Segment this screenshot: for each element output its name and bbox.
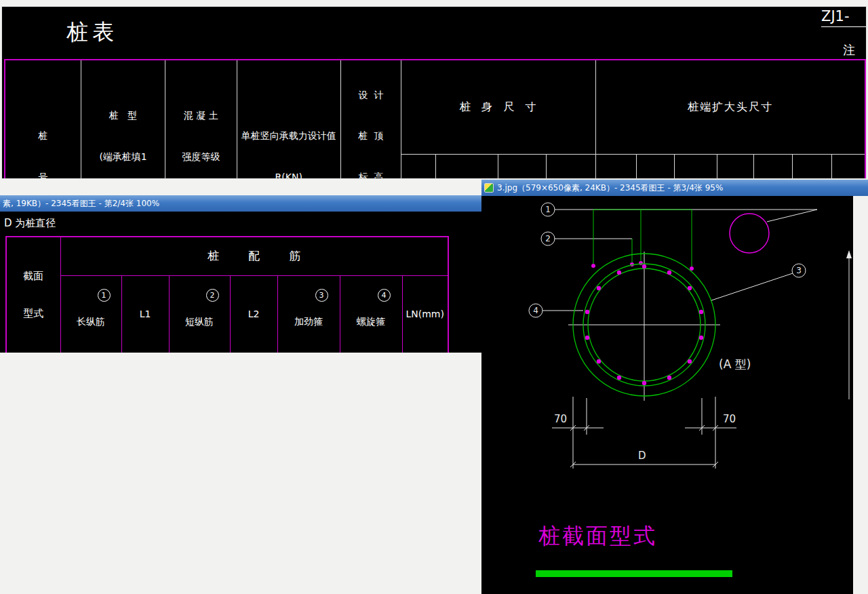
subheader-h1: h1 bbox=[717, 154, 754, 179]
pile-table-title: 桩表 bbox=[66, 18, 118, 47]
subheader-H: H bbox=[436, 154, 498, 179]
subheader-stiffening-hoop: 3 加劲箍 bbox=[277, 275, 340, 353]
callout-4-badge: 4 bbox=[378, 289, 391, 302]
dim-text-right-70: 70 bbox=[723, 413, 736, 425]
subheader-D-prime: D, bbox=[595, 154, 636, 179]
rebar-dot bbox=[617, 271, 621, 275]
header-section-type: 截面 型式 bbox=[6, 237, 60, 353]
callout-2-badge: 2 bbox=[206, 289, 219, 302]
subheader-H2: H2 bbox=[547, 154, 596, 179]
callout-3-badge: 3 bbox=[315, 289, 328, 302]
header-group-rebar: 桩 配 筋 bbox=[60, 237, 448, 275]
header-concrete-grade: 混 凝 土 强度等级 C bbox=[165, 60, 237, 179]
junction-dot bbox=[639, 261, 643, 265]
window3-titlebar[interactable]: 3.jpg（579×650像素, 24KB）- 2345看图王 - 第3/4张 … bbox=[481, 180, 868, 196]
callout-1-number: 1 bbox=[545, 205, 551, 214]
green-highlight-bar bbox=[536, 570, 732, 577]
rebar-dot bbox=[597, 359, 601, 363]
subheader-short-bars: 2 短纵筋 bbox=[169, 275, 230, 353]
window3-content: 1 2 3 4 70 70 D (A 型) 桩截面型式 bbox=[481, 196, 853, 594]
header-group-enlarged-head: 桩端扩大头尺寸 bbox=[595, 60, 865, 154]
window3-title-text: 3.jpg（579×650像素, 24KB）- 2345看图王 - 第3/4张 … bbox=[497, 182, 723, 194]
rebar-dot bbox=[699, 310, 703, 314]
callout-4-number: 4 bbox=[533, 306, 538, 315]
spiral-detail-circle bbox=[730, 214, 769, 253]
callout-2-number: 2 bbox=[545, 234, 551, 243]
rebar-dot bbox=[585, 310, 589, 314]
header-pile-type: 桩 型 (端承桩填1 摩擦桩填2) bbox=[81, 60, 165, 179]
subheader-h2: h2 bbox=[754, 154, 793, 179]
subheader-h4: h4 bbox=[831, 154, 865, 179]
reference-arrow bbox=[846, 250, 852, 258]
rebar-dot bbox=[688, 359, 692, 363]
rebar-dot bbox=[597, 286, 601, 290]
rebar-dot bbox=[617, 376, 621, 380]
subheader-LN: LN(mm) bbox=[402, 275, 448, 353]
header-group-pile-body: 桩 身 尺 寸 bbox=[401, 60, 596, 154]
diameter-note: D 为桩直径 bbox=[4, 217, 56, 230]
subheader-D: D bbox=[401, 154, 436, 179]
leader-connector bbox=[767, 210, 817, 222]
subheader-a: a bbox=[636, 154, 675, 179]
window2-title-text: 素, 19KB）- 2345看图王 - 第2/4张 100% bbox=[3, 198, 159, 210]
note-label: 注 bbox=[843, 42, 855, 58]
dim-text-D: D bbox=[638, 450, 646, 462]
window2-titlebar[interactable]: 素, 19KB）- 2345看图王 - 第2/4张 100% bbox=[0, 195, 481, 212]
header-pile-no: 桩 号 bbox=[5, 60, 81, 179]
subheader-long-bars: 1 长纵筋 bbox=[60, 275, 121, 353]
subheader-spiral-hoop: 4 螺旋箍 bbox=[340, 275, 402, 353]
callout-3-number: 3 bbox=[796, 266, 802, 275]
rebar-dot bbox=[585, 336, 589, 340]
rebar-schedule-table: 截面 型式 桩 配 筋 1 长纵筋 L1 2 短纵筋 L2 3 bbox=[5, 236, 449, 353]
junction-dot bbox=[591, 264, 595, 268]
image-file-icon bbox=[484, 183, 494, 193]
drawing-number-label: ZJ1- bbox=[821, 8, 866, 27]
callout-1-badge: 1 bbox=[98, 289, 111, 302]
subheader-d: d bbox=[675, 154, 717, 179]
rebar-dot bbox=[688, 286, 692, 290]
pile-section-drawing: 1 2 3 4 70 70 D (A 型) 桩截面型式 bbox=[481, 196, 853, 594]
rebar-dot bbox=[667, 376, 671, 380]
rebar-dot bbox=[667, 271, 671, 275]
subheader-L1: L1 bbox=[121, 275, 169, 353]
window2-content: D 为桩直径 截面 型式 桩 配 筋 1 长纵筋 L1 2 短纵 bbox=[0, 212, 481, 353]
header-bearing-capacity: 单桩竖向承载力设计值 R(KN) bbox=[237, 60, 340, 179]
subheader-L2: L2 bbox=[230, 275, 277, 353]
rebar-dot bbox=[642, 381, 646, 385]
dim-text-left-70: 70 bbox=[554, 413, 567, 425]
header-top-elevation: 设 计 桩 顶 标 高 (m) bbox=[340, 60, 401, 179]
section-type-label: (A 型) bbox=[719, 357, 751, 371]
rebar-dot bbox=[642, 264, 646, 269]
leader-line-3 bbox=[711, 273, 793, 300]
window-pile-table: 桩表 ZJ1- 注 桩 号 桩 型 (端承桩填1 摩擦桩填2) 混 凝 土 强度… bbox=[1, 6, 867, 179]
drawing-caption: 桩截面型式 bbox=[538, 523, 657, 549]
rebar-dot bbox=[699, 336, 703, 340]
subheader-h3: h3 bbox=[793, 154, 832, 179]
subheader-H1: H1 bbox=[498, 154, 547, 179]
pile-spec-table: 桩 号 桩 型 (端承桩填1 摩擦桩填2) 混 凝 土 强度等级 C 单桩竖向承… bbox=[4, 59, 866, 179]
